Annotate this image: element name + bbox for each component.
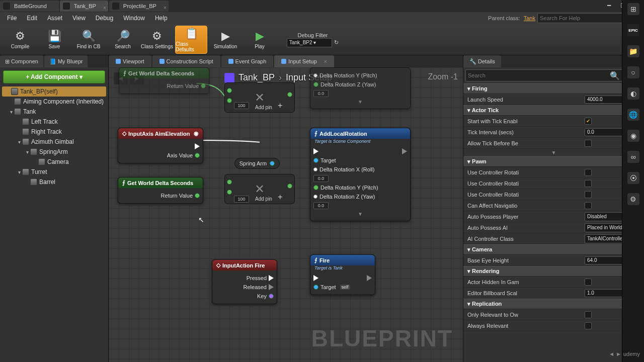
prop-input[interactable] [585, 128, 625, 136]
node-fire[interactable]: ⨍Fire Target is Tank Target self [310, 254, 375, 295]
chrome-icon[interactable]: ◉ [627, 130, 639, 142]
zoom-label: Zoom -1 [428, 72, 458, 81]
property-row: AI Controller ClassTankAIController▾ [463, 233, 644, 244]
const-input[interactable] [234, 196, 249, 203]
prop-input[interactable] [585, 96, 625, 104]
tab-projectile-bp[interactable]: Projectile_BP× [109, 1, 169, 12]
node-add-rotation-top[interactable]: Delta Rotation Y (Pitch) Delta Rotation … [310, 67, 411, 109]
tree-row[interactable]: Tank_BP(self) [2, 86, 106, 97]
tab-tank-bp[interactable]: Tank_BP× [60, 1, 108, 12]
expand-icon[interactable]: ▼ [313, 98, 407, 106]
category-header[interactable]: ▾ Camera [463, 244, 644, 255]
tree-row[interactable]: Barrel [0, 177, 108, 187]
prop-checkbox[interactable] [585, 202, 592, 209]
my-blueprint-tab[interactable]: 📘 My Bluepr [44, 55, 88, 67]
search-button[interactable]: 🔎Search [107, 26, 139, 54]
compile-button[interactable]: ⚙Compile [4, 26, 36, 54]
globe-icon[interactable]: 🌐 [627, 109, 639, 121]
menu-help[interactable]: Help [150, 12, 173, 24]
event-graph-tab[interactable]: Event Graph [221, 55, 274, 67]
debug-filter-select[interactable]: Tank_BP2 ▾ [287, 38, 332, 47]
category-header[interactable]: ▾ Pawn [463, 156, 644, 167]
node-add-local-rotation[interactable]: ⨍AddLocalRotation Target is Scene Compon… [310, 128, 411, 221]
simulation-button[interactable]: ▶Simulation [209, 26, 242, 54]
category-header[interactable]: ▾ Actor Tick [463, 105, 644, 116]
play-button[interactable]: ▶Play [244, 26, 276, 54]
minimize-button[interactable]: ━ [602, 0, 616, 11]
close-icon[interactable]: × [103, 3, 106, 14]
node-multiply[interactable]: ✕ Add pin + [224, 174, 295, 204]
menu-debug[interactable]: Debug [91, 12, 118, 24]
prop-checkbox[interactable] [585, 140, 592, 147]
tree-row[interactable]: Aiming Component (Inherited) [0, 97, 108, 107]
prop-input[interactable] [585, 256, 625, 264]
gear-icon[interactable]: ⚙ [627, 193, 639, 205]
prop-checkbox[interactable] [585, 169, 592, 176]
category-header[interactable]: ▾ Firing [463, 83, 644, 94]
cursor-icon: ↖ [198, 216, 204, 224]
windows-icon[interactable]: ⊞ [627, 3, 639, 15]
node-get-world-delta-seconds[interactable]: ⨍Get World Delta Seconds Return Value [118, 177, 203, 204]
prop-checkbox[interactable] [585, 180, 592, 187]
epic-icon[interactable]: EPIC [627, 24, 639, 36]
expand-icon[interactable]: ▼ [313, 210, 407, 218]
prop-checkbox[interactable] [585, 311, 592, 318]
const-input[interactable] [234, 102, 249, 109]
property-row: Actor Hidden In Gam [463, 277, 644, 288]
tree-row[interactable]: Camera [0, 157, 108, 167]
viewport-tab[interactable]: Viewport [109, 55, 151, 67]
breadcrumb-root[interactable]: Tank_BP [238, 72, 275, 83]
prop-checkbox[interactable] [585, 322, 592, 329]
construction-script-tab[interactable]: Construction Script [152, 55, 220, 67]
prop-checkbox[interactable] [585, 191, 592, 198]
close-icon[interactable]: × [324, 55, 327, 67]
menu-view[interactable]: View [67, 12, 91, 24]
prop-checkbox[interactable]: ✔ [585, 118, 592, 125]
save-button[interactable]: 💾Save [38, 26, 70, 54]
component-tree: Tank_BP(self)Aiming Component (Inherited… [0, 86, 108, 362]
details-search-input[interactable] [468, 72, 610, 78]
node-get-delta-seconds-top[interactable]: ⨍Get World Delta Seconds Return Value [119, 67, 209, 94]
menu-window[interactable]: Window [118, 12, 150, 24]
node-input-action-fire[interactable]: ◇InputAction Fire Pressed Released Key [212, 259, 277, 304]
add-component-button[interactable]: + Add Component ▾ [3, 70, 105, 83]
prop-input[interactable] [585, 289, 625, 297]
tree-row[interactable]: ▾Tank [0, 107, 108, 117]
tab-battleground[interactable]: BattleGround [0, 1, 59, 12]
details-tab[interactable]: 🔧 Details [463, 55, 501, 67]
graph-canvas[interactable]: ◄ ► Tank_BP › Input Setup Zoom -1 BLUEPR… [109, 67, 463, 362]
steam-icon[interactable]: ◐ [627, 87, 639, 100]
tree-row[interactable]: Left Track [0, 117, 108, 127]
node-input-axis-aim-elevation[interactable]: ◇InputAxis AimElevation◉ Axis Value [118, 128, 203, 163]
cortana-icon[interactable]: ○ [627, 66, 639, 78]
refresh-icon[interactable]: ↻ [334, 39, 339, 46]
vs-icon[interactable]: ∞ [627, 151, 639, 163]
search-help-input[interactable] [540, 15, 628, 21]
class-defaults-button[interactable]: 📋Class Defaults [175, 26, 207, 54]
menu-edit[interactable]: Edit [22, 12, 42, 24]
parent-class-link[interactable]: Tank [524, 15, 535, 21]
category-header[interactable]: ▾ Replication [463, 299, 644, 309]
udemy-watermark: ◄ ►udemy [609, 351, 640, 357]
node-spring-arm-var[interactable]: Spring Arm [234, 158, 280, 169]
close-icon[interactable]: × [164, 3, 167, 14]
prop-checkbox[interactable] [585, 279, 592, 286]
title-tabs: BattleGround Tank_BP× Projectile_BP× ━ ☐… [0, 0, 644, 12]
unreal-icon[interactable]: ⦿ [627, 172, 639, 184]
node-multiply-top[interactable]: ✕ Add pin + [224, 82, 295, 113]
find-in-cb-button[interactable]: 🔍Find in CB [72, 26, 105, 54]
class-settings-button[interactable]: ⚙Class Settings [141, 26, 173, 54]
components-tab[interactable]: ⊞ Componen [0, 55, 43, 67]
input-setup-tab[interactable]: Input Setup× [274, 55, 334, 67]
explorer-icon[interactable]: 📁 [627, 45, 639, 57]
menu-asset[interactable]: Asset [42, 12, 67, 24]
menu-file[interactable]: File [2, 12, 22, 24]
tree-row[interactable]: Right Track [0, 127, 108, 137]
tree-row[interactable]: ▾Azimuth Gimbal [0, 137, 108, 147]
debug-filter[interactable]: Debug Filter Tank_BP2 ▾ ↻ [287, 32, 339, 47]
expand-icon[interactable]: ▼ [463, 149, 644, 156]
tree-row[interactable]: ▾Turret [0, 167, 108, 177]
tree-row[interactable]: ▾SpringArm [0, 147, 108, 157]
watermark: BLUEPRINT [311, 325, 453, 352]
category-header[interactable]: ▾ Rendering [463, 266, 644, 277]
